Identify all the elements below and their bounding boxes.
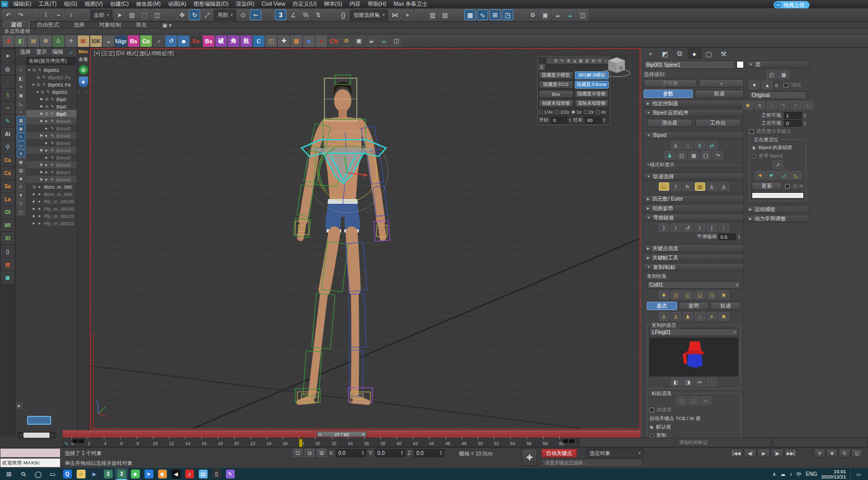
biped-file-icon[interactable]: ( )	[701, 151, 711, 159]
antivirus-shield-icon[interactable]: ★	[79, 77, 88, 87]
view-cube[interactable]: 前	[602, 52, 631, 79]
plugin-icon[interactable]: ■	[316, 35, 327, 47]
visibility-eye-icon[interactable]: ⊙	[37, 82, 41, 87]
bend-links-icon[interactable]: \	[671, 224, 681, 232]
expand-arrow-icon[interactable]: ▼	[35, 90, 40, 94]
left-tool-icon[interactable]: ∽	[2, 102, 14, 114]
menu-item[interactable]: Max 杀毒卫士	[390, 1, 431, 7]
panel-tab[interactable]: ＋	[644, 48, 657, 59]
status-toggle-icon[interactable]: ◘	[305, 449, 315, 457]
start-button[interactable]: ⊞	[2, 468, 16, 480]
helper-mini-button[interactable]: 主	[539, 64, 545, 70]
toolbar-button[interactable]: ▥	[427, 9, 438, 20]
explorer-h-scrollbar[interactable]: ‹ ›	[18, 432, 55, 438]
taskbar-app[interactable]: ▱	[74, 468, 88, 480]
set-keys-button[interactable]: ✚	[522, 449, 537, 466]
tray-icon[interactable]: ∧	[772, 471, 776, 477]
visibility-eye-icon[interactable]: ●	[45, 148, 50, 153]
helper-mini-button[interactable]: 放	[572, 58, 577, 64]
toolbar-button[interactable]	[262, 9, 274, 20]
frame-prev-icon[interactable]: <	[319, 432, 321, 437]
scene-explorer-row[interactable]: ▶ ● ✎ Bone0	[26, 117, 77, 125]
left-tool-icon[interactable]: La	[2, 193, 14, 205]
viewport-label[interactable]: [+] [正交] [DX 模式] [默认明暗处理]	[94, 50, 174, 57]
rollout-keyframing-tools[interactable]: ▶关键帧工具	[644, 254, 744, 262]
visibility-eye-icon[interactable]: ⊙	[45, 112, 50, 116]
scene-explorer-row[interactable]: ⊙ ● Born_m_080	[26, 183, 77, 190]
left-tool-icon[interactable]: Ca	[2, 154, 14, 166]
posture-icon[interactable]: ♙	[671, 312, 681, 321]
range-key-end[interactable]	[563, 439, 568, 443]
z-coordinate-field[interactable]: 0.0▲▼	[414, 449, 444, 457]
taskbar-app[interactable]: ☻	[128, 468, 142, 480]
visibility-eye-icon[interactable]: ●	[45, 126, 50, 131]
helper-mini-button[interactable]: 存	[553, 58, 559, 64]
ribbon-tab[interactable]: 选择	[66, 21, 92, 28]
sub-object-dropdown[interactable]: ▾	[699, 79, 744, 88]
layer-edit-icon[interactable]: ✐	[791, 101, 801, 109]
drag-upload-button[interactable]: ∞ 拖拽上传	[774, 1, 810, 9]
toolbar-button[interactable]	[78, 9, 89, 20]
visibility-eye-icon[interactable]: ⊙	[37, 75, 41, 80]
helper-button[interactable]: Box	[539, 90, 573, 98]
cortana-icon[interactable]: ◯	[31, 468, 45, 480]
maxscript-mini-listener[interactable]	[0, 448, 61, 458]
taskbar-app[interactable]: ▯	[210, 468, 223, 480]
ribbon-menu-icon[interactable]: ▣ ▾	[155, 21, 179, 28]
layer-edit-icon[interactable]: ≈	[767, 101, 777, 109]
time-slider-band[interactable]: < 27 / 60 >	[63, 430, 641, 438]
sub-object-button[interactable]: 子对象	[644, 79, 697, 88]
toolbar-button[interactable]: ⇅	[312, 9, 324, 20]
ribbon-strip[interactable]: 多边形建模	[0, 29, 868, 34]
viewport-nav-button[interactable]: ⚲	[814, 449, 825, 458]
left-tool-icon[interactable]: ➤	[2, 50, 14, 61]
scroll-right-icon[interactable]: ›	[50, 433, 55, 438]
preview-icon[interactable]: ✂	[695, 378, 705, 386]
toolbar-button[interactable]: %	[300, 9, 311, 20]
action-center-icon[interactable]: ▭	[850, 468, 866, 480]
retarget-limb-icon[interactable]: ☚	[755, 171, 765, 179]
retarget-limb-icon[interactable]: ☛	[767, 171, 777, 179]
bend-links-icon[interactable]: \	[695, 224, 705, 232]
explorer-tab[interactable]: 显示	[36, 48, 47, 56]
visibility-eye-icon[interactable]: ●	[45, 133, 50, 138]
toolbar-button[interactable]: ▣	[539, 9, 551, 20]
start-frame-field[interactable]: 0	[551, 117, 567, 124]
copied-posture-dropdown[interactable]: LFing01▾	[649, 328, 738, 336]
explorer-expand-button[interactable]: ▶	[16, 402, 22, 409]
scroll-thumb[interactable]	[23, 433, 50, 438]
smooth-bias-field[interactable]: 0.5	[718, 233, 736, 240]
expand-arrow-icon[interactable]: ▶	[40, 104, 44, 108]
menu-item[interactable]: 图形编辑器(D)	[190, 1, 232, 7]
track-selection-icon[interactable]: ♙	[707, 182, 717, 191]
layer-edit-icon[interactable]: ✎	[779, 101, 789, 109]
biped-file-icon[interactable]: ♟	[665, 151, 675, 159]
expand-arrow-icon[interactable]: ▶	[40, 148, 44, 152]
track-selection-icon[interactable]: ♙	[719, 182, 729, 191]
track-selection-icon[interactable]: ◘	[695, 182, 705, 191]
explorer-tab[interactable]: 编辑	[52, 48, 63, 56]
viewport[interactable]: z x y	[90, 48, 641, 429]
track-selection-icon[interactable]: Ⅰ	[671, 182, 681, 191]
helper-mini-button[interactable]: R	[559, 58, 565, 64]
bend-links-icon[interactable]: ↺	[683, 224, 693, 232]
collection-icon[interactable]: ◱	[683, 291, 693, 299]
toolbar-button[interactable]	[452, 9, 463, 20]
menu-item[interactable]: 修改器(M)	[132, 1, 164, 7]
visibility-eye-icon[interactable]: ⊙	[32, 184, 37, 189]
toolbar-button[interactable]: ➳	[250, 9, 261, 20]
plugin-icon[interactable]: ✚	[278, 35, 290, 47]
rollout-biped-apps[interactable]: ▼Biped 应用程序	[644, 109, 744, 117]
rollout-bend-links[interactable]: ▼弯曲链接	[644, 214, 744, 221]
plugin-icon[interactable]: CN	[328, 35, 340, 47]
toolbar-button[interactable]: ☕	[552, 9, 563, 20]
rollout-layers[interactable]: ▼层	[746, 60, 810, 68]
toolbar-button[interactable]: ➤	[114, 9, 125, 20]
clock[interactable]: 15:012020/12/21	[821, 469, 846, 479]
plugin-icon[interactable]: Re	[190, 35, 202, 47]
y-coordinate-field[interactable]: 0.0▲▼	[375, 449, 405, 457]
visibility-eye-icon[interactable]: ●	[45, 170, 50, 175]
paste-option-icon[interactable]: ⇋	[701, 397, 711, 405]
ik-only-checkbox[interactable]	[785, 184, 790, 189]
biped-mode-icon[interactable]: ∴	[683, 141, 693, 150]
